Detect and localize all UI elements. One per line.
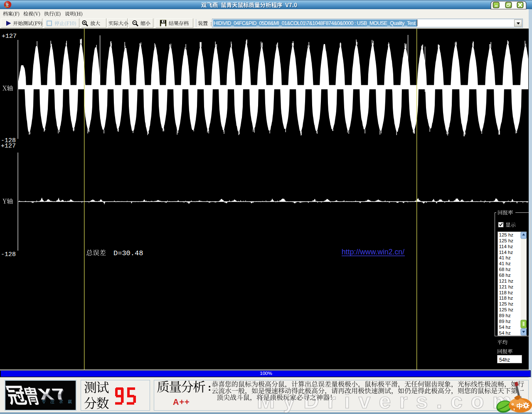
svg-text:89 hz: 89 hz: [499, 313, 511, 318]
svg-text:89 hz: 89 hz: [499, 319, 511, 324]
svg-text:http://www.win2.cn/: http://www.win2.cn/: [342, 248, 404, 256]
svg-text:114 hz: 114 hz: [499, 250, 513, 255]
svg-text:+127: +127: [2, 33, 17, 40]
svg-text:D=30.48: D=30.48: [113, 249, 143, 257]
svg-text:125 hz: 125 hz: [499, 232, 514, 237]
svg-text:68 hz: 68 hz: [499, 273, 511, 278]
svg-text:125 hz: 125 hz: [499, 307, 514, 312]
svg-text:A++: A++: [173, 397, 190, 407]
svg-text:118 hz: 118 hz: [499, 290, 513, 295]
svg-text:121 hz: 121 hz: [499, 278, 514, 283]
svg-text:41 hz: 41 hz: [499, 261, 511, 266]
svg-text:-128: -128: [1, 251, 16, 258]
svg-text:54hz: 54hz: [499, 357, 510, 363]
svg-text:,: ,: [513, 404, 515, 411]
svg-text:121 hz: 121 hz: [499, 284, 514, 289]
svg-text:118 hz: 118 hz: [499, 296, 513, 301]
svg-text:+127: +127: [1, 143, 16, 150]
svg-text:114 hz: 114 hz: [499, 244, 513, 249]
svg-text:125 hz: 125 hz: [499, 301, 514, 306]
svg-text:41 hz: 41 hz: [499, 255, 511, 260]
svg-text:54 hz: 54 hz: [499, 325, 511, 330]
svg-text:HID\VID_04FC&PID_05D8&MI_01&CO: HID\VID_04FC&PID_05D8&MI_01&COL01\7&1048…: [214, 20, 416, 26]
svg-text:125 hz: 125 hz: [499, 238, 514, 243]
svg-text:68 hz: 68 hz: [499, 267, 511, 272]
svg-text:54 hz: 54 hz: [499, 330, 511, 335]
